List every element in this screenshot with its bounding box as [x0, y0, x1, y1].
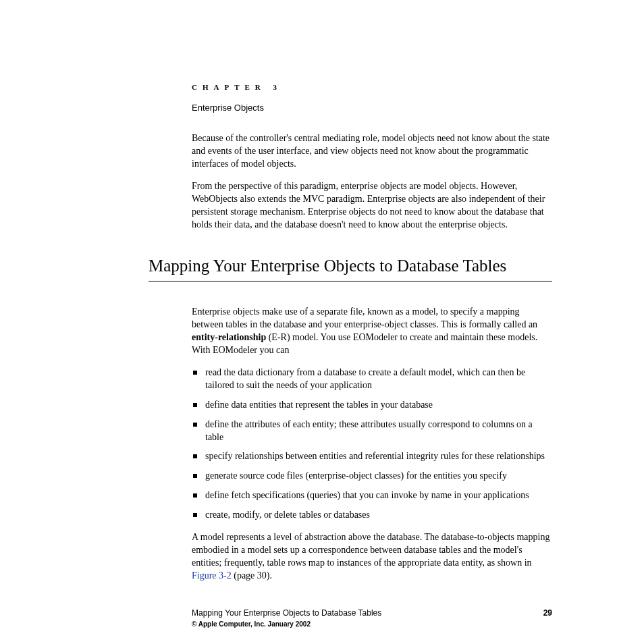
list-item: generate source code files (enterprise-o… [192, 470, 552, 483]
footer-page-number: 29 [543, 608, 552, 618]
section-rule [149, 281, 552, 281]
chapter-title: Enterprise Objects [192, 102, 552, 114]
page-footer: Mapping Your Enterprise Objects to Datab… [192, 608, 552, 629]
list-item: specify relationships between entities a… [192, 450, 552, 463]
list-item: read the data dictionary from a database… [192, 367, 552, 392]
intro-bold-term: entity-relationship [192, 332, 266, 342]
list-item: define data entities that represent the … [192, 399, 552, 412]
chapter-label: CHAPTER 3 [192, 82, 552, 92]
footer-copyright: © Apple Computer, Inc. January 2002 [192, 620, 552, 629]
figure-link[interactable]: Figure 3-2 [192, 570, 232, 581]
section-closing: A model represents a level of abstractio… [192, 531, 552, 583]
body-paragraph-1: Because of the controller's central medi… [192, 132, 552, 171]
list-item: define the attributes of each entity; th… [192, 419, 552, 444]
intro-text-before: Enterprise objects make use of a separat… [192, 306, 537, 329]
section-heading: Mapping Your Enterprise Objects to Datab… [149, 254, 552, 277]
closing-text-before: A model represents a level of abstractio… [192, 532, 549, 568]
body-paragraph-2: From the perspective of this paradigm, e… [192, 180, 552, 232]
list-item: define fetch specifications (queries) th… [192, 489, 552, 502]
bullet-list: read the data dictionary from a database… [192, 367, 552, 522]
section-intro: Enterprise objects make use of a separat… [192, 306, 552, 357]
list-item: create, modify, or delete tables or data… [192, 509, 552, 522]
footer-title: Mapping Your Enterprise Objects to Datab… [192, 608, 381, 618]
page-content: CHAPTER 3 Enterprise Objects Because of … [0, 0, 644, 583]
closing-text-after: (page 30). [232, 570, 272, 581]
